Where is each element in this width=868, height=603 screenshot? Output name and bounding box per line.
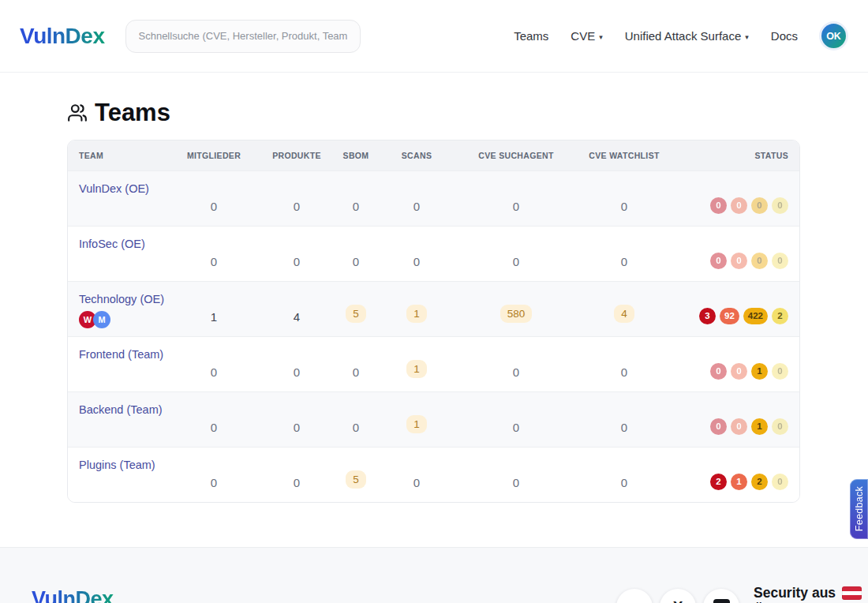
social-link-linkedin[interactable]: in bbox=[703, 589, 739, 603]
highlight-badge: 1 bbox=[406, 360, 427, 379]
team-link[interactable]: Backend (Team) bbox=[79, 403, 163, 416]
cell-value: 0 bbox=[353, 200, 359, 212]
cell-produkte: 0 bbox=[256, 448, 338, 502]
nav-item-cve[interactable]: CVE▾ bbox=[571, 29, 602, 43]
cell-value: 0 bbox=[353, 366, 359, 378]
status-badge-low: 2 bbox=[772, 308, 788, 324]
column-header-scans: SCANS bbox=[374, 151, 459, 160]
nav-item-unified-attack-surface[interactable]: Unified Attack Surface▾ bbox=[625, 29, 749, 43]
cell-produkte: 0 bbox=[256, 392, 338, 447]
member-avatars: WM bbox=[79, 311, 172, 328]
linkedin-icon: in bbox=[713, 599, 730, 603]
status-badge-medium: 422 bbox=[743, 308, 768, 324]
cell-mitglieder: 0 bbox=[172, 337, 256, 391]
cell-scans: 0 bbox=[374, 171, 459, 226]
status-badge-low: 0 bbox=[772, 363, 788, 380]
cell-cve-suchagent: 0 bbox=[459, 171, 573, 226]
member-avatar-m[interactable]: M bbox=[93, 311, 110, 328]
table-row: Technology (OE)WM145158043924222 bbox=[68, 281, 799, 336]
cell-cve-watchlist: 0 bbox=[573, 392, 675, 447]
cell-value: 0 bbox=[294, 421, 300, 433]
cell-scans: 1 bbox=[374, 337, 459, 391]
column-header-team: TEAM bbox=[68, 151, 172, 160]
team-cell: Plugins (Team) bbox=[68, 448, 172, 502]
cell-produkte: 0 bbox=[256, 337, 338, 391]
cell-sbom: 0 bbox=[338, 227, 374, 281]
status-badge-high: 0 bbox=[731, 197, 747, 214]
cell-value: 0 bbox=[294, 477, 300, 489]
user-avatar[interactable]: OK bbox=[821, 24, 846, 48]
status-badge-medium: 0 bbox=[751, 253, 768, 269]
team-link[interactable]: Frontend (Team) bbox=[79, 348, 163, 361]
highlight-badge: 1 bbox=[406, 415, 427, 434]
cell-mitglieder: 0 bbox=[172, 392, 256, 447]
status-badge-critical: 0 bbox=[710, 418, 727, 435]
table-row: VulnDex (OE)0000000000 bbox=[68, 170, 799, 226]
team-cell: VulnDex (OE) bbox=[68, 171, 172, 226]
cell-scans: 1 bbox=[374, 392, 459, 447]
social-links: mXin bbox=[616, 589, 739, 603]
cell-value: 0 bbox=[621, 477, 627, 489]
status-badge-critical: 0 bbox=[710, 197, 727, 214]
team-link[interactable]: VulnDex (OE) bbox=[79, 182, 149, 195]
search-input[interactable] bbox=[125, 20, 361, 53]
cell-value: 4 bbox=[294, 311, 300, 323]
team-cell: Frontend (Team) bbox=[68, 337, 172, 391]
cell-produkte: 4 bbox=[256, 282, 338, 336]
nav-item-teams[interactable]: Teams bbox=[514, 29, 548, 43]
status-badge-high: 1 bbox=[731, 474, 747, 490]
status-badge-critical: 0 bbox=[710, 253, 727, 269]
nav-item-label: Unified Attack Surface bbox=[625, 29, 742, 43]
table-body: VulnDex (OE)0000000000InfoSec (OE)000000… bbox=[68, 170, 799, 502]
team-link[interactable]: Technology (OE) bbox=[79, 293, 164, 305]
social-link-mastodon[interactable]: m bbox=[616, 589, 653, 603]
cell-value: 0 bbox=[413, 200, 420, 212]
cell-cve-suchagent: 0 bbox=[459, 337, 573, 391]
team-cell: InfoSec (OE) bbox=[68, 227, 172, 281]
teams-table: TEAMMITGLIEDERPRODUKTESBOMSCANSCVE SUCHA… bbox=[67, 140, 800, 503]
column-header-cve-watchlist: CVE WATCHLIST bbox=[573, 151, 675, 160]
feedback-button-label: Feedback bbox=[854, 486, 865, 531]
cell-value: 0 bbox=[211, 200, 217, 212]
column-header-status: STATUS bbox=[675, 151, 799, 160]
mastodon-icon: m bbox=[628, 598, 642, 603]
footer-tagline: Security aus Österreich bbox=[754, 584, 862, 603]
team-cell: Technology (OE)WM bbox=[68, 282, 172, 336]
status-badge-low: 0 bbox=[772, 474, 788, 490]
cell-cve-suchagent: 0 bbox=[459, 392, 573, 447]
search-box bbox=[125, 20, 361, 53]
feedback-button[interactable]: Feedback bbox=[850, 479, 868, 539]
highlight-badge: 1 bbox=[406, 305, 427, 324]
footer-logo[interactable]: VulnDex bbox=[32, 587, 114, 603]
cell-status: 3924222 bbox=[675, 282, 799, 336]
footer: VulnDex mXin Security aus Österreich bbox=[0, 547, 868, 603]
status-badge-low: 0 bbox=[772, 253, 788, 269]
header: VulnDex TeamsCVE▾Unified Attack Surface▾… bbox=[0, 0, 868, 73]
social-link-x[interactable]: X bbox=[660, 589, 696, 603]
highlight-badge: 5 bbox=[346, 305, 366, 324]
status-badge-medium: 1 bbox=[751, 418, 768, 435]
cell-status: 2120 bbox=[675, 448, 799, 502]
cell-cve-watchlist: 4 bbox=[573, 282, 675, 336]
cell-status: 0000 bbox=[675, 227, 799, 281]
cell-mitglieder: 1 bbox=[172, 282, 256, 336]
cell-value: 0 bbox=[353, 256, 359, 268]
cell-mitglieder: 0 bbox=[172, 171, 256, 226]
cell-value: 0 bbox=[413, 477, 420, 489]
nav-item-docs[interactable]: Docs bbox=[771, 29, 798, 43]
cell-value: 0 bbox=[294, 200, 300, 212]
status-badge-medium: 1 bbox=[751, 363, 768, 380]
cell-mitglieder: 0 bbox=[172, 227, 256, 281]
cell-produkte: 0 bbox=[256, 171, 338, 226]
team-link[interactable]: InfoSec (OE) bbox=[79, 238, 145, 250]
team-link[interactable]: Plugins (Team) bbox=[79, 459, 155, 471]
cell-value: 0 bbox=[353, 421, 359, 433]
status-badge-critical: 3 bbox=[699, 308, 716, 324]
nav-item-label: CVE bbox=[571, 29, 595, 43]
highlight-badge: 4 bbox=[614, 305, 634, 324]
status-badge-medium: 2 bbox=[751, 474, 768, 490]
cell-value: 1 bbox=[211, 311, 217, 323]
logo[interactable]: VulnDex bbox=[20, 24, 105, 49]
cell-cve-watchlist: 0 bbox=[573, 337, 675, 391]
cell-produkte: 0 bbox=[256, 227, 338, 281]
